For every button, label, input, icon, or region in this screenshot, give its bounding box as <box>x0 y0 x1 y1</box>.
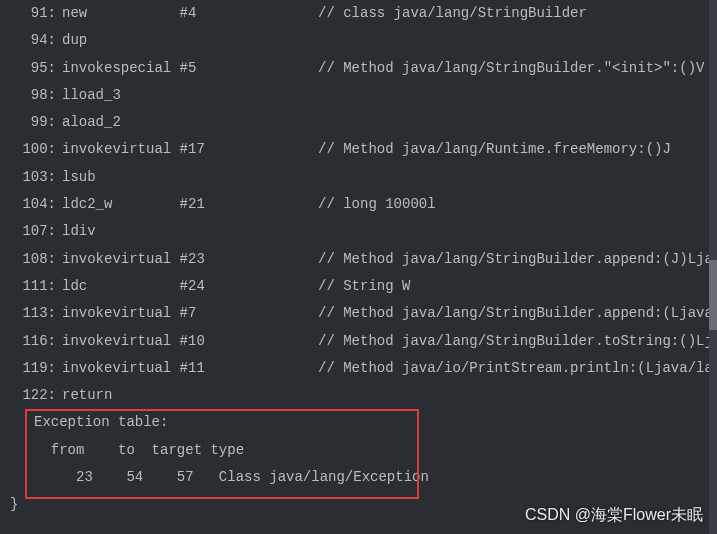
comment: // Method java/lang/StringBuilder."<init… <box>318 55 704 82</box>
code-line: 91:new #4// class java/lang/StringBuilde… <box>8 0 717 27</box>
code-line: 95:invokespecial #5// Method java/lang/S… <box>8 55 717 82</box>
opcode: ldiv <box>62 218 96 245</box>
comment: // Method java/lang/StringBuilder.append… <box>318 300 717 327</box>
close-brace: } <box>10 491 717 518</box>
addr: 95: <box>8 55 56 82</box>
comment: // long 10000l <box>318 191 436 218</box>
comment: // Method java/lang/Runtime.freeMemory:(… <box>318 136 671 163</box>
code-line: 107:ldiv <box>8 218 717 245</box>
addr: 100: <box>8 136 56 163</box>
opcode: invokevirtual #23 <box>62 246 205 273</box>
opcode: invokevirtual #11 <box>62 355 205 382</box>
code-line: 94:dup <box>8 27 717 54</box>
addr: 122: <box>8 382 56 409</box>
opcode: return <box>62 382 112 409</box>
bytecode-listing: 91:new #4// class java/lang/StringBuilde… <box>0 0 717 519</box>
addr: 108: <box>8 246 56 273</box>
addr: 116: <box>8 328 56 355</box>
code-line: 116:invokevirtual #10// Method java/lang… <box>8 328 717 355</box>
addr: 98: <box>8 82 56 109</box>
comment: // Method java/lang/StringBuilder.toStri… <box>318 328 717 355</box>
opcode: ldc2_w #21 <box>62 191 205 218</box>
comment: // Method java/io/PrintStream.println:(L… <box>318 355 717 382</box>
exception-table: Exception table: from to target type 23 … <box>34 409 717 491</box>
code-line: 98:lload_3 <box>8 82 717 109</box>
exception-table-columns: from to target type <box>34 437 717 464</box>
code-line: 119:invokevirtual #11// Method java/io/P… <box>8 355 717 382</box>
comment: // Method java/lang/StringBuilder.append… <box>318 246 717 273</box>
code-line: 113:invokevirtual #7// Method java/lang/… <box>8 300 717 327</box>
addr: 104: <box>8 191 56 218</box>
code-line: 100:invokevirtual #17// Method java/lang… <box>8 136 717 163</box>
opcode: ldc #24 <box>62 273 205 300</box>
addr: 99: <box>8 109 56 136</box>
addr: 111: <box>8 273 56 300</box>
opcode: aload_2 <box>62 109 121 136</box>
opcode: invokevirtual #17 <box>62 136 205 163</box>
addr: 107: <box>8 218 56 245</box>
opcode: invokevirtual #10 <box>62 328 205 355</box>
code-line: 103:lsub <box>8 164 717 191</box>
code-line: 111:ldc #24// String W <box>8 273 717 300</box>
code-line: 99:aload_2 <box>8 109 717 136</box>
scrollbar-thumb[interactable] <box>709 260 717 330</box>
comment: // class java/lang/StringBuilder <box>318 0 587 27</box>
opcode: dup <box>62 27 87 54</box>
opcode: lload_3 <box>62 82 121 109</box>
opcode: invokevirtual #7 <box>62 300 196 327</box>
exception-table-row: 23 54 57 Class java/lang/Exception <box>34 464 717 491</box>
addr: 119: <box>8 355 56 382</box>
code-line: 104:ldc2_w #21// long 10000l <box>8 191 717 218</box>
addr: 94: <box>8 27 56 54</box>
addr: 113: <box>8 300 56 327</box>
addr: 91: <box>8 0 56 27</box>
opcode: lsub <box>62 164 96 191</box>
comment: // String W <box>318 273 410 300</box>
exception-table-header: Exception table: <box>34 409 717 436</box>
opcode: invokespecial #5 <box>62 55 196 82</box>
code-line: 122:return <box>8 382 717 409</box>
addr: 103: <box>8 164 56 191</box>
opcode: new #4 <box>62 0 196 27</box>
code-line: 108:invokevirtual #23// Method java/lang… <box>8 246 717 273</box>
